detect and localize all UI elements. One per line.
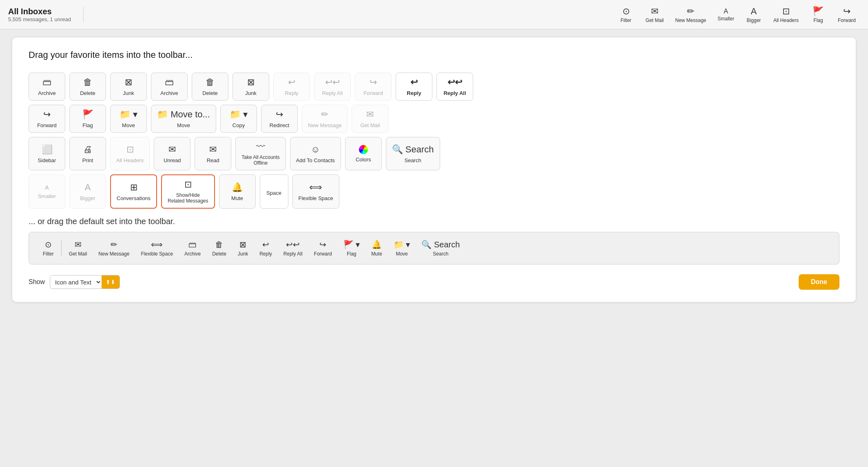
dt-filter-label: Filter xyxy=(43,251,54,257)
delete-icon-2: 🗑 xyxy=(206,77,215,88)
get-mail-toolbar-btn[interactable]: ✉ Get Mail xyxy=(642,4,668,25)
dt-delete-label: Delete xyxy=(212,251,226,257)
dt-reply-label: Reply xyxy=(259,251,272,257)
dt-move-label: Move xyxy=(396,251,407,257)
sidebar-label-1: Sidebar xyxy=(38,157,56,163)
dt-get-mail[interactable]: ✉ Get Mail xyxy=(63,237,93,259)
forward-item-2[interactable]: ↪ Forward xyxy=(29,105,65,133)
toolbar-items-row3: ⬜ Sidebar 🖨 Print ⊡ All Headers ✉ Unread… xyxy=(29,137,839,170)
dt-new-message[interactable]: ✏ New Message xyxy=(93,237,135,259)
copy-item-1[interactable]: 📁 ▾ Copy xyxy=(220,105,257,133)
flag-item-1[interactable]: 🚩 Flag xyxy=(69,105,106,133)
conversations-item-1[interactable]: ⊞ Conversations xyxy=(110,174,157,209)
flexible-space-label-1: Flexible Space xyxy=(299,195,333,201)
bigger-label: Bigger xyxy=(747,18,761,23)
dt-reply-all[interactable]: ↩↩ Reply All xyxy=(278,237,308,259)
unread-item-1[interactable]: ✉ Unread xyxy=(154,137,190,170)
delete-item-2[interactable]: 🗑 Delete xyxy=(192,73,228,101)
new-message-label: New Message xyxy=(675,18,706,23)
dt-forward[interactable]: ↪ Forward xyxy=(308,237,338,259)
forward-label-2: Forward xyxy=(37,122,57,128)
reply-item-1: ↩ Reply xyxy=(273,73,310,101)
dt-move[interactable]: 📁 ▾ Move xyxy=(388,237,416,259)
dt-junk[interactable]: ⊠ Junk xyxy=(232,237,254,259)
archive-item-2[interactable]: 🗃 Archive xyxy=(151,73,188,101)
default-toolbar-strip: ⊙ Filter ✉ Get Mail ✏ New Message ⟺ Flex… xyxy=(29,232,839,264)
redirect-label-1: Redirect xyxy=(270,122,289,128)
mute-label-1: Mute xyxy=(231,195,243,201)
flexible-space-item-1[interactable]: ⟺ Flexible Space xyxy=(292,174,339,209)
dt-reply-all-icon: ↩↩ xyxy=(286,240,300,249)
filter-toolbar-btn[interactable]: ⊙ Filter xyxy=(614,4,638,25)
read-item-1[interactable]: ✉ Read xyxy=(195,137,231,170)
mute-item-1[interactable]: 🔔 Mute xyxy=(219,174,256,209)
top-toolbar: All Inboxes 5,505 messages, 1 unread ⊙ F… xyxy=(0,0,868,29)
toolbar-items-row2: ↪ Forward 🚩 Flag 📁 ▾ Move 📁 Move to... M… xyxy=(29,105,839,133)
delete-item-1[interactable]: 🗑 Delete xyxy=(69,73,106,101)
take-offline-item[interactable]: 〰 Take All AccountsOffline xyxy=(235,137,286,170)
dt-delete-icon: 🗑 xyxy=(215,240,223,249)
reply-all-item-2[interactable]: ↩↩ Reply All xyxy=(436,73,473,101)
forward-toolbar-btn[interactable]: ↪ Forward xyxy=(834,4,860,25)
unread-icon-1: ✉ xyxy=(168,144,176,155)
dt-flag-icon: 🚩 ▾ xyxy=(343,240,360,249)
reply-icon-2: ↩ xyxy=(410,77,418,88)
get-mail-label: Get Mail xyxy=(646,18,664,23)
done-button[interactable]: Done xyxy=(799,274,839,290)
add-contacts-icon: ☺ xyxy=(311,144,320,155)
dt-filter[interactable]: ⊙ Filter xyxy=(37,237,60,259)
show-select[interactable]: Icon and Text Icon Only Text Only xyxy=(50,276,102,289)
redirect-item-1[interactable]: ↪ Redirect xyxy=(261,105,298,133)
filter-label: Filter xyxy=(620,18,631,23)
move-item-1[interactable]: 📁 ▾ Move xyxy=(110,105,147,133)
dt-flexible-space[interactable]: ⟺ Flexible Space xyxy=(135,237,179,259)
forward-icon-1: ↪ xyxy=(370,77,377,88)
search-icon-1: 🔍 Search xyxy=(392,144,434,155)
reply-item-2[interactable]: ↩ Reply xyxy=(396,73,432,101)
copy-label-1: Copy xyxy=(232,122,245,128)
dt-search[interactable]: 🔍 Search Search xyxy=(416,237,465,259)
archive-item-1[interactable]: 🗃 Archive xyxy=(29,73,65,101)
junk-item-1[interactable]: ⊠ Junk xyxy=(110,73,147,101)
bigger-toolbar-btn[interactable]: A Bigger xyxy=(742,4,766,25)
show-select-wrapper[interactable]: Icon and Text Icon Only Text Only ⬆⬇ xyxy=(50,275,120,289)
smaller-icon: A xyxy=(724,8,728,15)
dt-mute-icon: 🔔 xyxy=(372,240,382,249)
bigger-label-2: Bigger xyxy=(80,195,95,201)
space-item-1[interactable]: Space xyxy=(260,174,288,209)
move-item-2[interactable]: 📁 Move to... Move xyxy=(151,105,216,133)
forward-label: Forward xyxy=(838,18,856,23)
delete-label-2: Delete xyxy=(202,90,218,96)
archive-icon-1: 🗃 xyxy=(42,77,51,88)
smaller-toolbar-btn[interactable]: A Smaller xyxy=(713,6,738,23)
bigger-item-2: A Bigger xyxy=(69,174,106,209)
archive-icon-2: 🗃 xyxy=(165,77,174,88)
add-contacts-item[interactable]: ☺ Add To Contacts xyxy=(290,137,341,170)
dt-junk-label: Junk xyxy=(238,251,248,257)
flag-icon: 🚩 xyxy=(813,6,824,17)
print-icon-1: 🖨 xyxy=(83,144,92,155)
forward-icon: ↪ xyxy=(843,6,850,17)
reply-all-icon-2: ↩↩ xyxy=(447,77,462,88)
print-item-1[interactable]: 🖨 Print xyxy=(69,137,106,170)
dt-flexible-space-label: Flexible Space xyxy=(141,251,173,257)
colors-item-1[interactable]: Colors xyxy=(345,137,382,170)
show-hide-label: Show/HideRelated Messages xyxy=(168,192,208,204)
mute-icon-1: 🔔 xyxy=(232,182,243,193)
dt-flag[interactable]: 🚩 ▾ Flag xyxy=(338,237,366,259)
show-hide-item[interactable]: ⊡ Show/HideRelated Messages xyxy=(161,174,215,209)
dt-mute[interactable]: 🔔 Mute xyxy=(365,237,388,259)
junk-item-2[interactable]: ⊠ Junk xyxy=(232,73,269,101)
dt-reply[interactable]: ↩ Reply xyxy=(254,237,278,259)
new-message-toolbar-btn[interactable]: ✏ New Message xyxy=(671,4,710,25)
flag-toolbar-btn[interactable]: 🚩 Flag xyxy=(806,4,830,25)
conversations-icon-1: ⊞ xyxy=(130,182,137,193)
dt-get-mail-icon: ✉ xyxy=(75,240,82,249)
dt-delete[interactable]: 🗑 Delete xyxy=(206,238,232,259)
new-message-icon: ✏ xyxy=(687,6,694,17)
print-label-1: Print xyxy=(82,157,93,163)
sidebar-item-1[interactable]: ⬜ Sidebar xyxy=(29,137,65,170)
dt-archive[interactable]: 🗃 Archive xyxy=(179,238,206,259)
all-headers-toolbar-btn[interactable]: ⊡ All Headers xyxy=(769,4,803,25)
search-item-1[interactable]: 🔍 Search Search xyxy=(386,137,440,170)
